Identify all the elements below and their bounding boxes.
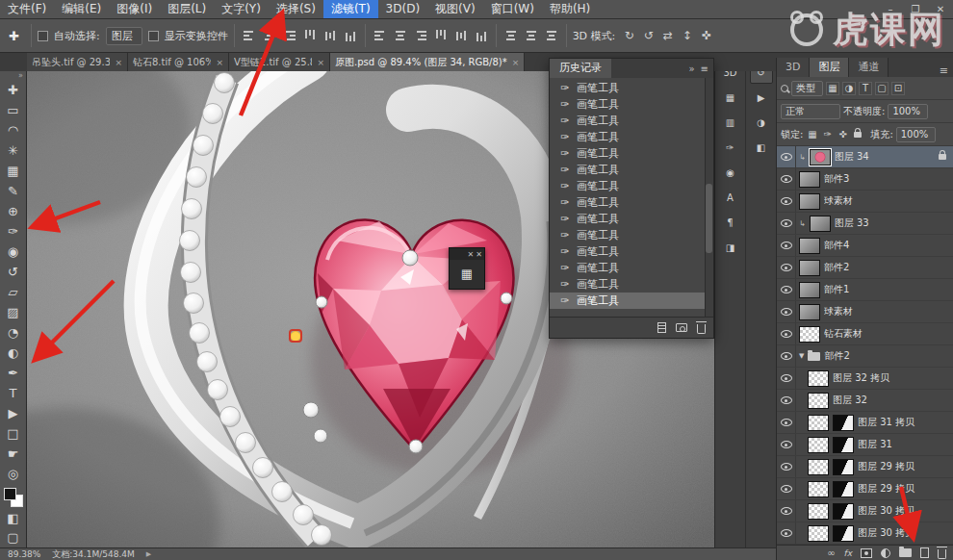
visibility-toggle[interactable] [777,191,796,212]
panel-icon-actions[interactable]: ▶ [750,87,773,109]
scrollbar-thumb[interactable] [706,184,712,253]
panel-icon-styles[interactable]: ◨ [719,237,742,259]
tool-screen-mode[interactable]: ▢ [2,528,25,548]
visibility-toggle[interactable] [777,522,796,544]
filter-shape-icon[interactable]: ▢ [875,82,889,95]
filter-type-icon[interactable]: T [859,82,872,95]
history-entry[interactable]: ✑画笔工具 [550,129,713,145]
history-entry[interactable]: ✑画笔工具 [550,113,713,129]
layer-thumbnail[interactable] [799,326,820,343]
lock-position-icon[interactable]: ✜ [837,129,849,140]
history-entry[interactable]: ✑画笔工具 [550,145,713,162]
layer-thumbnail[interactable] [799,193,820,210]
layer-thumbnail[interactable] [808,370,829,387]
close-button[interactable]: ✕ [928,0,953,18]
visibility-toggle[interactable] [777,478,796,499]
new-group-icon[interactable] [899,548,912,557]
new-layer-icon[interactable] [920,547,929,558]
layer-row-2[interactable]: 部件3 [777,168,953,191]
tool-zoom[interactable]: ◎ [2,464,25,484]
layer-mask-thumbnail[interactable] [833,415,854,431]
blend-mode-dropdown[interactable]: 正常 [781,104,840,119]
align-bottom-icon[interactable] [343,27,358,44]
panel-menu-icon[interactable]: ≡ [940,64,953,77]
history-entry[interactable]: ✑画笔工具 [550,243,713,260]
panel-icon-info[interactable]: ▥ [719,112,742,134]
layer-row-17[interactable]: 图层 30 拷贝 [777,500,953,522]
arrange-3-icon[interactable] [543,28,560,43]
layer-row-16[interactable]: 图层 29 拷贝 [777,478,953,500]
close-tab-icon[interactable]: × [216,58,223,67]
layer-row-13[interactable]: 图层 31 拷贝 [777,412,953,434]
visibility-toggle[interactable] [777,390,796,411]
delete-layer-icon[interactable] [938,549,946,559]
dist-right-icon[interactable] [474,27,489,44]
panel-icon-character[interactable]: A [719,187,742,209]
layer-row-7[interactable]: 部件1 [777,279,953,301]
layer-thumbnail[interactable] [808,459,829,475]
tool-type[interactable]: T [2,383,25,403]
history-entry[interactable]: ✑画笔工具 [550,276,713,293]
history-entry[interactable]: ✑画笔工具 [550,178,713,194]
opacity-dropdown[interactable]: 100% [888,104,928,119]
history-entry[interactable]: ✑画笔工具 [550,96,713,113]
layer-thumbnail[interactable] [808,437,829,453]
layer-row-3[interactable]: 球素材 [777,191,953,213]
menu-type[interactable]: 文字(Y) [214,0,269,18]
add-mask-icon[interactable] [861,548,872,558]
layer-row-15[interactable]: 图层 29 拷贝 [777,456,953,478]
close-tab-icon[interactable]: × [115,58,122,67]
layer-row-14[interactable]: 图层 31 [777,434,953,456]
layer-mask-thumbnail[interactable] [833,437,854,453]
history-panel-tab[interactable]: 历史记录 [550,59,611,78]
visibility-toggle[interactable] [777,213,796,234]
layer-mask-thumbnail[interactable] [833,503,854,520]
layer-thumbnail[interactable] [810,216,831,232]
tool-lasso[interactable]: ◠ [2,120,25,140]
visibility-toggle[interactable] [777,368,796,389]
visibility-toggle[interactable] [777,456,796,477]
document-tab-4[interactable]: 原图.psd @ 89.4% (图层 34, RGB/8)*× [330,53,525,71]
auto-select-dropdown[interactable]: 图层 [106,27,142,45]
tool-dodge[interactable]: ◐ [2,343,25,363]
expand-arrow-icon[interactable]: ▼ [799,352,804,360]
layer-thumbnail[interactable] [799,260,820,276]
tool-gradient[interactable]: ▨ [2,302,25,322]
layer-mask-thumbnail[interactable] [833,481,854,497]
menu-edit[interactable]: 编辑(E) [54,0,109,18]
visibility-toggle[interactable] [777,345,796,367]
new-snapshot-icon[interactable] [676,323,687,332]
filter-adjust-icon[interactable]: ◑ [842,82,856,95]
3d-scale-icon[interactable]: ✜ [698,29,714,42]
foreground-color-swatch[interactable] [4,488,16,500]
status-options-icon[interactable]: ▶ [146,550,151,558]
tab-channels[interactable]: 通道 [849,58,889,77]
lock-all-icon[interactable] [854,132,862,138]
tool-eraser[interactable]: ▱ [2,282,25,302]
3d-pan-icon[interactable]: ⇄ [659,29,676,42]
menu-file[interactable]: 文件(F) [0,0,54,18]
tool-move[interactable]: ✚ [2,80,25,100]
layer-thumbnail[interactable] [799,238,820,254]
3d-slide-icon[interactable]: ↕ [679,29,695,42]
layer-thumbnail[interactable] [799,304,820,320]
align-center-icon[interactable] [261,28,278,43]
tool-pen[interactable]: ✒ [2,363,25,383]
dist-middle-icon[interactable] [392,28,409,43]
panel-icon-adjustments[interactable]: ◑ [750,112,773,134]
history-scrollbar[interactable] [705,78,713,317]
tool-eyedropper[interactable]: ✎ [2,181,25,201]
current-tool-button[interactable]: ✚ [6,29,25,43]
history-entry[interactable]: ✑画笔工具 [550,162,713,178]
menu-filter[interactable]: 滤镜(T) [323,0,378,18]
visibility-toggle[interactable] [777,301,796,322]
tool-shape[interactable]: □ [2,423,25,444]
menu-help[interactable]: 帮助(H) [542,0,598,18]
panel-icon-paragraph[interactable]: ¶ [719,212,742,234]
close-icon[interactable]: ✕ [468,250,475,259]
align-top-icon[interactable] [302,27,318,44]
menu-3d[interactable]: 3D(D) [378,0,427,18]
layer-row-18[interactable]: 图层 30 拷贝 [777,522,953,545]
show-transform-checkbox[interactable] [148,31,159,41]
layer-thumbnail[interactable] [810,149,831,165]
